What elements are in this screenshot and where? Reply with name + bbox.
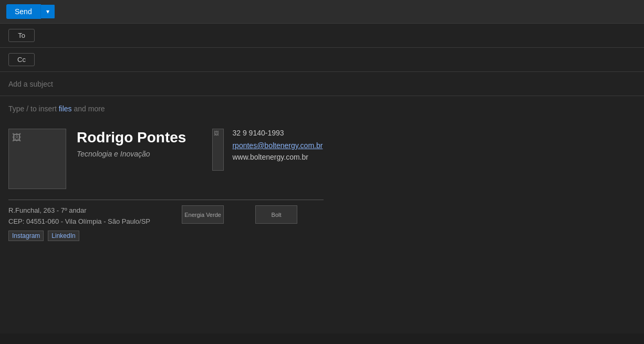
energia-verde-icon: Energia Verde — [184, 212, 221, 218]
send-button[interactable]: Send — [6, 4, 40, 19]
body-hint: Type / to insert files and more — [8, 105, 636, 113]
sig-main-row: 🖼 Rodrigo Pontes Tecnologia e Inovação 🖼… — [8, 129, 636, 189]
sig-address-line1: R.Funchal, 263 - 7º andar — [8, 205, 150, 216]
toolbar: Send ▾ — [0, 0, 644, 24]
compose-area: To Cc Add a subject Type / to insert fil… — [0, 24, 644, 333]
sig-email[interactable]: rpontes@boltenergy.com.br — [232, 141, 323, 150]
sig-name-block: Rodrigo Pontes Tecnologia e Inovação — [77, 129, 186, 158]
sig-phone: 32 9 9140-1993 — [232, 129, 323, 137]
send-dropdown-button[interactable]: ▾ — [41, 5, 55, 18]
body-area: Type / to insert files and more 🖼 Rodrig… — [0, 96, 644, 255]
sig-contact-info: 32 9 9140-1993 rpontes@boltenergy.com.br… — [232, 129, 323, 161]
sig-address-line2: CEP: 04551-060 - Vila Olímpia - São Paul… — [8, 216, 150, 227]
sig-contact-col: 🖼 32 9 9140-1993 rpontes@boltenergy.com.… — [212, 129, 323, 171]
sig-footer: R.Funchal, 263 - 7º andar CEP: 04551-060… — [8, 205, 636, 241]
body-hint-suffix: and more — [72, 105, 105, 113]
sig-website[interactable]: www.boltenergy.com.br — [232, 153, 323, 161]
sig-social: Instagram LinkedIn — [8, 231, 150, 241]
sig-small-image: 🖼 — [212, 129, 224, 171]
energia-verde-logo: Energia Verde — [182, 205, 224, 224]
sig-name: Rodrigo Pontes — [77, 129, 186, 147]
body-hint-prefix: Type / to insert — [8, 105, 59, 113]
to-field-row: To — [0, 24, 644, 48]
sig-title: Tecnologia e Inovação — [77, 150, 186, 158]
to-input[interactable] — [41, 32, 636, 40]
to-label-button[interactable]: To — [8, 29, 35, 42]
bolt-logo: Bolt — [255, 205, 297, 224]
broken-image-icon: 🖼 — [12, 132, 22, 143]
sig-logo: 🖼 — [8, 129, 66, 189]
subject-placeholder[interactable]: Add a subject — [8, 80, 53, 88]
small-broken-icon: 🖼 — [214, 130, 219, 136]
files-link[interactable]: files — [59, 105, 72, 113]
sig-address-block: R.Funchal, 263 - 7º andar CEP: 04551-060… — [8, 205, 150, 241]
subject-row[interactable]: Add a subject — [0, 72, 644, 96]
bolt-icon: Bolt — [272, 212, 282, 218]
email-signature: 🖼 Rodrigo Pontes Tecnologia e Inovação 🖼… — [8, 123, 636, 246]
cc-field-row: Cc — [0, 48, 644, 72]
send-btn-group: Send ▾ — [6, 4, 55, 19]
linkedin-link[interactable]: LinkedIn — [48, 231, 79, 241]
cc-input[interactable] — [41, 56, 636, 64]
sig-divider — [8, 200, 324, 200]
sig-address: R.Funchal, 263 - 7º andar CEP: 04551-060… — [8, 205, 150, 227]
instagram-link[interactable]: Instagram — [8, 231, 44, 241]
cc-label-button[interactable]: Cc — [8, 53, 35, 66]
